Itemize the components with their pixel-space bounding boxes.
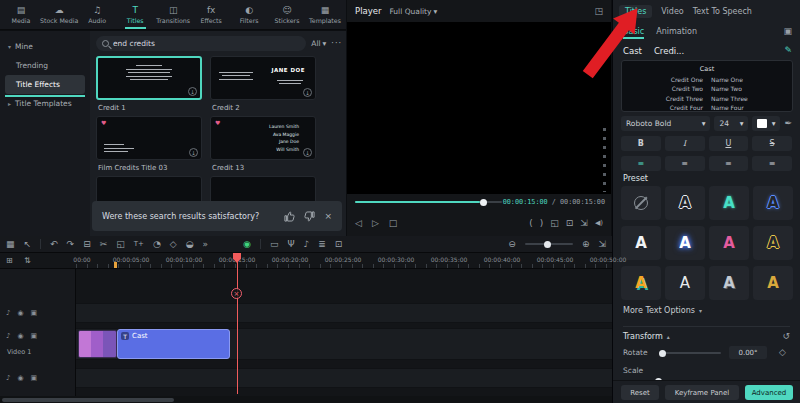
preset-none[interactable] — [621, 186, 661, 220]
close-icon[interactable]: × — [324, 211, 332, 221]
advanced-button[interactable]: Advanced — [745, 385, 793, 400]
underline-button[interactable]: U — [709, 136, 749, 151]
track-lock-icon[interactable]: ▣ — [31, 374, 38, 382]
export-frame-icon[interactable]: ⊡ — [335, 240, 343, 249]
font-family-dropdown[interactable]: Roboto Bold▾ — [621, 116, 710, 131]
preset-gold[interactable]: A — [753, 266, 793, 300]
align-right-button[interactable]: ≡ — [709, 156, 749, 171]
preset-solid-white[interactable]: A — [621, 226, 661, 260]
select-tool-icon[interactable]: ↖ — [24, 240, 32, 249]
voiceover-mic-icon[interactable]: Ψ — [287, 240, 294, 249]
filter-dropdown[interactable]: All▾ — [311, 39, 326, 48]
template-tile-film-credits-03[interactable]: ♥ ↓ — [96, 116, 202, 160]
timeline-ruler[interactable]: ⊞ ⇅ 00:00 00:00:05:00 00:00:10:00 00:00:… — [0, 253, 612, 269]
hscrollbar-thumb[interactable] — [2, 398, 174, 402]
snapshot-icon[interactable]: ⊡ — [566, 219, 574, 228]
playhead-x-badge[interactable]: × — [231, 288, 242, 299]
search-input[interactable] — [113, 39, 300, 48]
audio-icon[interactable]: ♪ — [304, 240, 310, 249]
render-preview-icon[interactable]: ◉ — [243, 240, 251, 249]
progress-knob[interactable] — [480, 199, 487, 206]
preset-outline-white[interactable]: A — [665, 186, 705, 220]
template-tile-credit-1[interactable]: ↓ — [96, 56, 202, 100]
rotate-slider[interactable] — [659, 352, 721, 354]
ruler-marker[interactable] — [114, 262, 117, 268]
align-justify-button[interactable]: ≡ — [752, 156, 792, 171]
panel-scrollbar[interactable] — [603, 128, 606, 192]
speed-icon[interactable]: ◔ — [153, 240, 161, 249]
timeline-zoom-slider[interactable] — [525, 243, 573, 245]
edit-pen-icon[interactable]: ✎ — [784, 46, 792, 55]
tab-effects[interactable]: fxEffects — [192, 0, 230, 29]
track-visibility-icon[interactable]: ◉ — [17, 374, 23, 382]
track-lane[interactable] — [76, 368, 612, 388]
chroma-key-icon[interactable]: ◒ — [186, 240, 194, 249]
eyedropper-icon[interactable]: ✒ — [784, 119, 792, 128]
thumbs-down-icon[interactable] — [304, 211, 315, 222]
rotate-keyframe-icon[interactable]: ◇ — [779, 348, 786, 357]
audio-mixer-icon[interactable]: ≣ — [318, 240, 326, 249]
crop-tool-icon[interactable]: ◱ — [116, 240, 125, 249]
sidebar-item-mine[interactable]: ▾Mine — [0, 37, 90, 56]
tab-templates[interactable]: ▦Templates — [306, 0, 344, 29]
track-lane[interactable] — [76, 303, 612, 323]
tab-stock-media[interactable]: ☁Stock Media — [40, 0, 78, 29]
template-tile-credit-13[interactable]: ♥ Lauren Smith Ava Maggie Jane Doe Will … — [210, 116, 316, 160]
title-clip-cast[interactable]: T Cast — [117, 329, 230, 359]
more-text-options[interactable]: More Text Options ▾ — [623, 306, 792, 315]
download-icon[interactable]: ↓ — [188, 87, 197, 96]
undo-icon[interactable]: ↶ — [50, 240, 58, 249]
mark-in-icon[interactable]: ( — [529, 219, 533, 228]
preset-outline-gold[interactable]: A — [753, 226, 793, 260]
track-mute-icon[interactable]: ♪ — [6, 332, 10, 340]
preset-neon-teal[interactable]: A — [709, 186, 749, 220]
layer-cast[interactable]: Cast — [623, 46, 642, 56]
track-mute-icon[interactable]: ♪ — [6, 374, 10, 382]
more-options-button[interactable]: ··· — [331, 39, 342, 48]
zoom-slider-knob[interactable] — [544, 241, 551, 248]
download-icon[interactable]: ↓ — [303, 88, 312, 97]
track-lock-icon[interactable]: ▣ — [31, 309, 38, 317]
template-tile-credit-2[interactable]: JANE DOE ↓ — [210, 56, 316, 100]
preset-outline-blue[interactable]: A — [753, 186, 793, 220]
tab-media[interactable]: ▤Media — [2, 0, 40, 29]
playback-progress-bar[interactable] — [355, 201, 502, 203]
preset-glow-blue[interactable]: A — [665, 226, 705, 260]
fit-timeline-icon[interactable]: ⇲ — [598, 240, 606, 249]
zoom-in-icon[interactable]: ⊕ — [582, 240, 590, 249]
redo-icon[interactable]: ↷ — [67, 240, 75, 249]
sidebar-item-title-effects[interactable]: Title Effects — [5, 75, 85, 94]
subtab-basic[interactable]: Basic — [623, 27, 644, 36]
layout-icon[interactable]: ▦ — [6, 240, 15, 249]
popout-player-icon[interactable]: ◳ — [594, 7, 603, 16]
transform-section-header[interactable]: Transform ▴ ↺ — [623, 326, 790, 341]
subtab-animation[interactable]: Animation — [656, 27, 697, 36]
tab-video-properties[interactable]: Video — [661, 7, 683, 16]
tab-transitions[interactable]: ◫Transitions — [154, 0, 192, 29]
font-size-dropdown[interactable]: 24▾ — [714, 116, 748, 131]
tab-filters[interactable]: ◐Filters — [230, 0, 268, 29]
download-icon[interactable]: ↓ — [189, 148, 198, 157]
font-color-dropdown[interactable]: ▾ — [752, 116, 780, 131]
timeline-hscrollbar[interactable] — [0, 396, 612, 403]
preset-metal-gray[interactable]: A — [709, 266, 749, 300]
split-icon[interactable]: ✂ — [100, 240, 108, 249]
thumbs-up-icon[interactable] — [284, 211, 295, 222]
video-clip[interactable] — [78, 330, 117, 358]
tab-titles[interactable]: TTitles — [116, 0, 154, 29]
track-mute-icon[interactable]: ♪ — [6, 309, 10, 317]
track-visibility-icon[interactable]: ◉ — [17, 332, 23, 340]
crop-icon[interactable]: ◱ — [550, 219, 559, 228]
strikethrough-button[interactable]: S — [752, 136, 792, 151]
italic-button[interactable]: I — [665, 136, 705, 151]
mark-out-icon[interactable]: ) — [540, 219, 544, 228]
tab-audio[interactable]: ♫Audio — [78, 0, 116, 29]
align-center-button[interactable]: ≡ — [665, 156, 705, 171]
delete-icon[interactable]: ⊟ — [83, 240, 91, 249]
keyframe-icon[interactable]: ◇ — [170, 240, 177, 249]
volume-icon[interactable]: ◀) — [595, 220, 603, 227]
screen-record-icon[interactable]: ▭ — [270, 240, 279, 249]
rotate-slider-knob[interactable] — [659, 350, 666, 357]
download-icon[interactable]: ↓ — [303, 148, 312, 157]
search-box[interactable] — [96, 36, 306, 51]
